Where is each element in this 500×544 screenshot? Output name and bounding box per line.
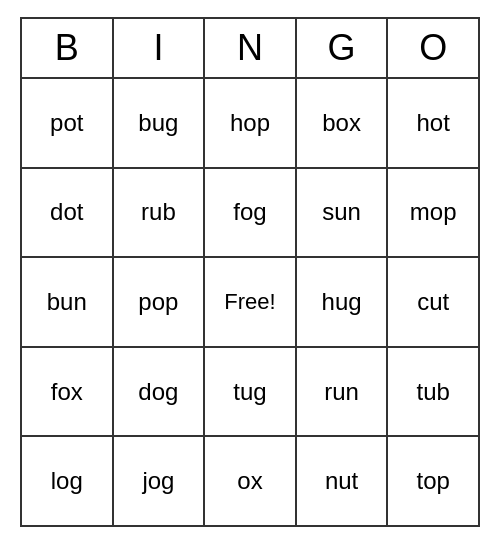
header-letter-i: I <box>114 19 206 79</box>
bingo-cell-1-4: mop <box>388 169 478 257</box>
bingo-cell-4-3: nut <box>297 437 389 525</box>
bingo-card: BINGO potbughopboxhotdotrubfogsunmopbunp… <box>20 17 480 527</box>
header-letter-o: O <box>388 19 478 79</box>
header-letter-b: B <box>22 19 114 79</box>
bingo-row-1: dotrubfogsunmop <box>22 169 478 259</box>
bingo-row-2: bunpopFree!hugcut <box>22 258 478 348</box>
bingo-cell-4-4: top <box>388 437 478 525</box>
bingo-cell-0-1: bug <box>114 79 206 167</box>
bingo-row-0: potbughopboxhot <box>22 79 478 169</box>
bingo-cell-3-0: fox <box>22 348 114 436</box>
header-letter-n: N <box>205 19 297 79</box>
bingo-row-4: logjogoxnuttop <box>22 437 478 525</box>
bingo-header: BINGO <box>22 19 478 79</box>
bingo-cell-0-3: box <box>297 79 389 167</box>
bingo-cell-4-2: ox <box>205 437 297 525</box>
bingo-cell-3-3: run <box>297 348 389 436</box>
bingo-cell-4-1: jog <box>114 437 206 525</box>
bingo-cell-3-1: dog <box>114 348 206 436</box>
bingo-cell-3-2: tug <box>205 348 297 436</box>
bingo-cell-1-0: dot <box>22 169 114 257</box>
bingo-cell-4-0: log <box>22 437 114 525</box>
bingo-cell-0-2: hop <box>205 79 297 167</box>
bingo-cell-0-0: pot <box>22 79 114 167</box>
bingo-row-3: foxdogtugruntub <box>22 348 478 438</box>
bingo-cell-0-4: hot <box>388 79 478 167</box>
bingo-cell-1-3: sun <box>297 169 389 257</box>
bingo-cell-2-0: bun <box>22 258 114 346</box>
bingo-body: potbughopboxhotdotrubfogsunmopbunpopFree… <box>22 79 478 525</box>
bingo-cell-2-3: hug <box>297 258 389 346</box>
bingo-cell-1-1: rub <box>114 169 206 257</box>
bingo-cell-2-4: cut <box>388 258 478 346</box>
bingo-cell-2-2: Free! <box>205 258 297 346</box>
bingo-cell-3-4: tub <box>388 348 478 436</box>
bingo-cell-1-2: fog <box>205 169 297 257</box>
bingo-cell-2-1: pop <box>114 258 206 346</box>
header-letter-g: G <box>297 19 389 79</box>
